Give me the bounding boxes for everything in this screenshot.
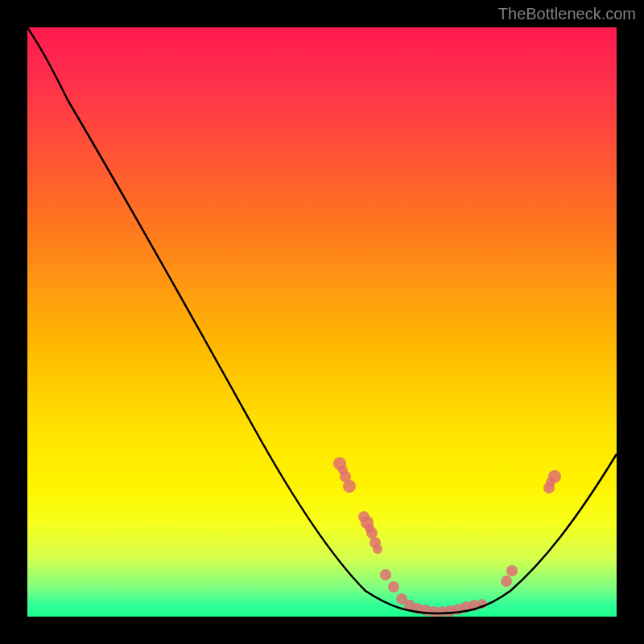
scatter-point <box>338 465 348 475</box>
scatter-point <box>506 565 518 576</box>
chart-svg <box>27 27 617 617</box>
chart-area <box>27 27 617 617</box>
curve-line <box>27 27 617 613</box>
scatter-point <box>388 581 399 592</box>
scatter-point <box>380 569 391 580</box>
scatter-point <box>343 480 356 493</box>
scatter-point <box>501 576 512 587</box>
scatter-point <box>365 523 374 533</box>
watermark-text: TheBottleneck.com <box>498 5 636 23</box>
scatter-point <box>546 477 555 487</box>
scatter-point <box>373 544 382 554</box>
